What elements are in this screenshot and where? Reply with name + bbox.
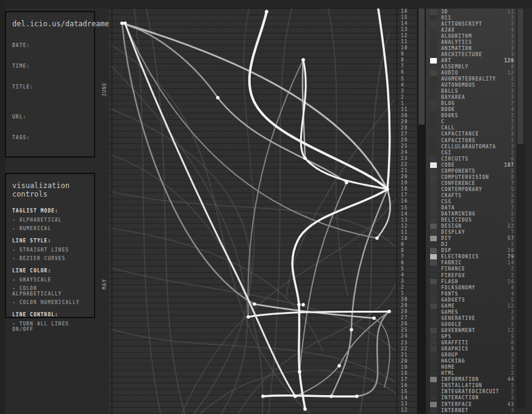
tag-row[interactable]: DESIGN22 bbox=[426, 223, 516, 230]
tag-checkbox[interactable] bbox=[430, 70, 437, 76]
tag-checkbox[interactable] bbox=[430, 193, 437, 198]
tag-row[interactable]: CGI2 bbox=[426, 150, 516, 156]
tag-checkbox[interactable] bbox=[430, 395, 437, 401]
tag-row[interactable]: CAPACITANCE3 bbox=[426, 131, 516, 137]
tag-row[interactable]: GRAPHICS8 bbox=[426, 346, 516, 352]
tag-row[interactable]: DJ2 bbox=[426, 242, 516, 248]
tag-checkbox[interactable] bbox=[430, 40, 437, 45]
tag-row[interactable]: ASSEMBLY6 bbox=[426, 64, 516, 70]
tag-row[interactable]: AUTONOMOUS2 bbox=[426, 82, 516, 89]
tag-checkbox[interactable] bbox=[430, 199, 437, 205]
tag-checkbox[interactable] bbox=[430, 15, 437, 21]
tag-checkbox[interactable] bbox=[430, 346, 437, 352]
tag-row[interactable]: BAYAREA3 bbox=[426, 95, 516, 101]
tag-row[interactable]: GROUP3 bbox=[426, 352, 516, 358]
tag-checkbox[interactable] bbox=[430, 138, 437, 143]
tag-checkbox[interactable] bbox=[430, 383, 437, 388]
tag-checkbox[interactable] bbox=[430, 352, 437, 358]
tag-row[interactable]: CODE107 bbox=[426, 162, 516, 168]
tag-row[interactable]: ARCHITECTURE3 bbox=[426, 51, 516, 57]
control-option[interactable]: - COLOR NUMERICALLY bbox=[12, 300, 88, 305]
right-scrollbar-thumb[interactable] bbox=[517, 9, 523, 144]
tag-checkbox[interactable] bbox=[430, 162, 437, 168]
tag-row[interactable]: INTERACTION3 bbox=[426, 395, 516, 401]
tag-checkbox[interactable] bbox=[430, 52, 437, 57]
tag-row[interactable]: CALL2 bbox=[426, 125, 516, 131]
taglist-left-scrollbar[interactable] bbox=[417, 9, 426, 414]
tag-row[interactable]: HTML2 bbox=[426, 371, 516, 377]
tag-row[interactable]: HOME2 bbox=[426, 365, 516, 371]
tag-checkbox[interactable] bbox=[430, 377, 437, 382]
tag-row[interactable]: GRAFFITI6 bbox=[426, 340, 516, 346]
tag-row[interactable]: BOOKS2 bbox=[426, 113, 516, 119]
tag-checkbox[interactable] bbox=[430, 169, 437, 174]
tag-row[interactable]: 9112 bbox=[426, 15, 516, 21]
tag-row[interactable]: DATAMINING5 bbox=[426, 211, 516, 217]
tag-checkbox[interactable] bbox=[430, 205, 437, 211]
control-option[interactable]: - TURN ALL LINES ON/OFF bbox=[12, 321, 88, 332]
tag-row[interactable]: CELLULARAUTOMATA2 bbox=[426, 143, 516, 150]
tag-row[interactable]: GOVERNMENT12 bbox=[426, 327, 516, 333]
tag-row[interactable]: INTEGRATEDCIRCUIT2 bbox=[426, 389, 516, 395]
tag-row[interactable]: DATA7 bbox=[426, 205, 516, 211]
tag-checkbox[interactable] bbox=[430, 217, 437, 223]
tag-row[interactable]: COMPUTERVISION8 bbox=[426, 174, 516, 180]
tag-checkbox[interactable] bbox=[430, 187, 437, 192]
tag-checkbox[interactable] bbox=[430, 371, 437, 376]
tag-checkbox[interactable] bbox=[430, 291, 437, 297]
tag-checkbox[interactable] bbox=[430, 95, 437, 100]
tag-row[interactable]: COMPONENTS5 bbox=[426, 168, 516, 174]
tag-checkbox[interactable] bbox=[430, 211, 437, 217]
tag-checkbox[interactable] bbox=[430, 58, 437, 64]
tag-row[interactable]: FONTS4 bbox=[426, 291, 516, 297]
tag-checkbox[interactable] bbox=[430, 156, 437, 162]
tag-checkbox[interactable] bbox=[430, 119, 437, 125]
tag-checkbox[interactable] bbox=[430, 402, 437, 407]
tag-checkbox[interactable] bbox=[430, 76, 437, 82]
tag-row[interactable]: CONFERENCE7 bbox=[426, 180, 516, 186]
tag-row[interactable]: HACKING2 bbox=[426, 358, 516, 365]
control-option[interactable]: - ALPHABETICAL bbox=[12, 217, 88, 223]
tag-checkbox[interactable] bbox=[430, 310, 437, 315]
tag-row[interactable]: DSP20 bbox=[426, 248, 516, 254]
tag-row[interactable]: CRAFTS5 bbox=[426, 192, 516, 198]
tag-row[interactable]: GOOGLE2 bbox=[426, 321, 516, 327]
tag-row[interactable]: GAME12 bbox=[426, 303, 516, 309]
tag-row[interactable]: BOOK4 bbox=[426, 107, 516, 113]
control-option[interactable]: - COLOR ALPHABETICALLY bbox=[12, 286, 88, 297]
tag-row[interactable]: ART120 bbox=[426, 57, 516, 64]
tag-checkbox[interactable] bbox=[430, 389, 437, 394]
tag-row[interactable]: 3D11 bbox=[426, 9, 516, 15]
tag-checkbox[interactable] bbox=[430, 254, 437, 260]
tag-checkbox[interactable] bbox=[430, 27, 437, 33]
tag-row[interactable]: CONTEMPORARY5 bbox=[426, 186, 516, 192]
tag-row[interactable]: ANALYTICS2 bbox=[426, 39, 516, 45]
tag-row[interactable]: ACTIONSCRIPT7 bbox=[426, 21, 516, 27]
tag-checkbox[interactable] bbox=[430, 322, 437, 327]
tag-row[interactable]: DIY57 bbox=[426, 236, 516, 242]
control-option[interactable]: - BEZIER CURVES bbox=[12, 256, 88, 261]
tag-row[interactable]: ELECTRONICS79 bbox=[426, 254, 516, 260]
tag-row[interactable]: INSTALLATION2 bbox=[426, 383, 516, 389]
tag-row[interactable]: INTERNET3 bbox=[426, 407, 516, 413]
tag-checkbox[interactable] bbox=[430, 9, 437, 15]
tag-checkbox[interactable] bbox=[430, 46, 437, 51]
tag-row[interactable]: FINANCE2 bbox=[426, 266, 516, 272]
tag-row[interactable]: AUGMENTEDREALITY2 bbox=[426, 76, 516, 82]
tag-row[interactable]: DELICIOUS5 bbox=[426, 217, 516, 223]
tag-checkbox[interactable] bbox=[430, 181, 437, 186]
tag-checkbox[interactable] bbox=[430, 175, 437, 180]
control-option[interactable]: - GRAYSCALE bbox=[12, 277, 88, 283]
tag-row[interactable]: FLASH16 bbox=[426, 278, 516, 285]
tag-row[interactable]: BALLS3 bbox=[426, 89, 516, 95]
tag-checkbox[interactable] bbox=[430, 242, 437, 247]
tag-row[interactable]: GAMES2 bbox=[426, 309, 516, 315]
tag-checkbox[interactable] bbox=[430, 328, 437, 333]
tag-row[interactable]: GPS5 bbox=[426, 333, 516, 340]
tag-row[interactable]: GENERATIVE3 bbox=[426, 315, 516, 321]
tag-row[interactable]: ALGORITHM3 bbox=[426, 33, 516, 39]
tag-checkbox[interactable] bbox=[430, 334, 437, 340]
tag-row[interactable]: BLOG7 bbox=[426, 101, 516, 107]
tag-checkbox[interactable] bbox=[430, 273, 437, 278]
tag-row[interactable]: AUDIO12 bbox=[426, 70, 516, 76]
